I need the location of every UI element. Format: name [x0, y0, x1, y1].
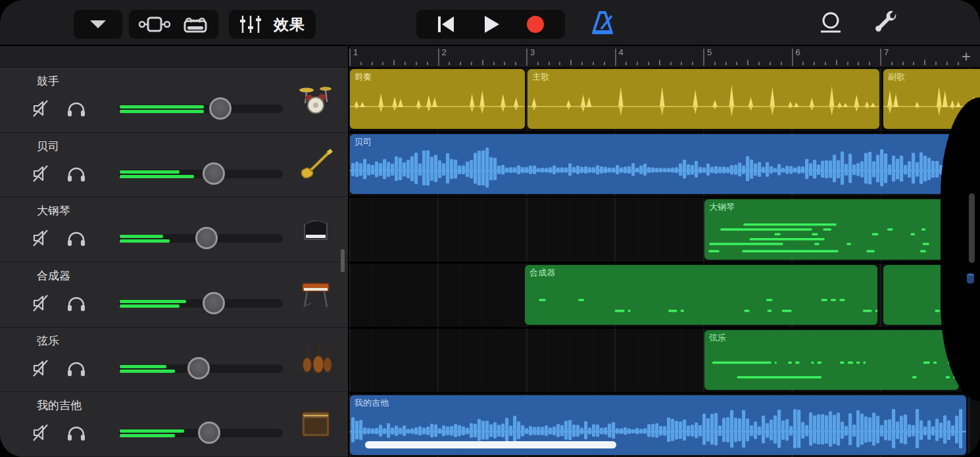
play-button[interactable]: [479, 13, 502, 36]
track-lane-2[interactable]: 贝司: [349, 133, 980, 198]
solo-headphones-button[interactable]: [66, 99, 86, 120]
level-meter-left: [120, 235, 163, 238]
region-label: 副歌: [888, 71, 905, 83]
region-label: 大钢琴: [709, 201, 735, 213]
region-贝司[interactable]: 贝司: [350, 134, 979, 194]
ruler-measure[interactable]: 7: [880, 46, 969, 67]
horizontal-scrollbar[interactable]: [365, 441, 616, 448]
ruler-measure[interactable]: 4: [615, 46, 704, 67]
wrench-icon: [873, 10, 900, 39]
level-meter-right: [120, 110, 204, 113]
region-segment[interactable]: [883, 265, 944, 325]
region-label: 弦乐: [709, 332, 726, 344]
track-lane-3[interactable]: 大钢琴: [349, 198, 980, 263]
loop-browser-icon: [817, 10, 845, 39]
measure-number: 1: [353, 47, 358, 57]
measure-number: 4: [619, 47, 624, 57]
region-label: 合成器: [529, 267, 555, 279]
level-meter-right: [120, 434, 175, 437]
input-browser-button-group: [129, 10, 218, 39]
record-button[interactable]: [524, 13, 547, 36]
volume-knob[interactable]: [195, 227, 218, 249]
measure-number: 6: [796, 47, 800, 57]
track-header-4[interactable]: 合成器: [0, 262, 348, 327]
track-header-5[interactable]: 弦乐: [0, 327, 348, 393]
amp-instrument-icon[interactable]: [298, 408, 333, 441]
track-header-3[interactable]: 大钢琴: [0, 197, 348, 262]
region-前奏[interactable]: 前奏: [350, 69, 525, 129]
solo-headphones-button[interactable]: [66, 229, 86, 250]
region-合成器[interactable]: 合成器: [525, 265, 877, 325]
track-lane-5[interactable]: 弦乐: [349, 329, 980, 394]
add-section-button[interactable]: +: [962, 49, 971, 64]
volume-slider[interactable]: [118, 164, 283, 183]
track-header-panel: 鼓手贝司大钢琴合成器弦乐我的吉他: [0, 46, 349, 457]
synth-instrument-icon[interactable]: [298, 278, 333, 311]
ruler-measure[interactable]: 3: [526, 46, 615, 67]
volume-knob[interactable]: [203, 292, 225, 314]
audio-connector-icon[interactable]: [139, 15, 170, 34]
level-meter-right: [120, 304, 180, 308]
track-lane-1[interactable]: 前奏主歌副歌: [349, 68, 980, 133]
track-name: 弦乐: [37, 333, 59, 349]
volume-slider[interactable]: [118, 359, 283, 377]
measure-number: 7: [884, 47, 889, 57]
measure-number: 2: [442, 47, 447, 57]
volume-slider[interactable]: [118, 229, 283, 247]
track-header-2[interactable]: 贝司: [0, 133, 348, 198]
metronome-button[interactable]: [585, 10, 620, 39]
measure-number: 3: [530, 47, 535, 57]
region-label: 前奏: [355, 71, 372, 83]
mute-button[interactable]: [32, 163, 53, 187]
metronome-icon: [589, 11, 616, 38]
region-大钢琴[interactable]: 大钢琴: [704, 199, 944, 259]
top-toolbar: 效果: [0, 0, 980, 46]
measure-ruler[interactable]: 1234567+: [349, 46, 980, 68]
solo-headphones-button[interactable]: [66, 164, 86, 185]
level-meter-right: [120, 175, 194, 178]
region-主歌[interactable]: 主歌: [527, 69, 879, 129]
solo-headphones-button[interactable]: [66, 359, 86, 380]
vertical-scrollbar[interactable]: [341, 249, 345, 272]
garageband-window: 效果: [0, 0, 980, 457]
volume-slider[interactable]: [118, 99, 283, 118]
track-name: 大钢琴: [37, 203, 70, 218]
mixer-effects-button[interactable]: 效果: [229, 10, 316, 39]
ruler-measure[interactable]: 1: [349, 46, 438, 67]
track-header-1[interactable]: 鼓手: [0, 68, 348, 133]
rewind-button[interactable]: [435, 13, 457, 36]
volume-knob[interactable]: [203, 162, 225, 185]
volume-slider[interactable]: [118, 294, 283, 312]
level-meter-left: [120, 300, 186, 303]
volume-knob[interactable]: [209, 97, 232, 120]
volume-knob[interactable]: [187, 357, 210, 379]
track-header-6[interactable]: 我的吉他: [0, 392, 348, 457]
front-camera-icon: [967, 274, 974, 283]
region-label: 贝司: [355, 136, 372, 148]
mute-button[interactable]: [32, 422, 53, 446]
drums-instrument-icon[interactable]: [298, 84, 333, 116]
solo-headphones-button[interactable]: [66, 294, 86, 315]
mute-button[interactable]: [32, 293, 53, 316]
ruler-measure[interactable]: 2: [438, 46, 527, 67]
chevron-down-icon: [89, 19, 107, 30]
piano-instrument-icon[interactable]: [298, 213, 333, 246]
navigation-dropdown-button[interactable]: [74, 10, 122, 39]
volume-slider[interactable]: [118, 423, 283, 442]
instrument-browser-icon[interactable]: [182, 14, 208, 34]
loop-browser-button[interactable]: [814, 10, 847, 39]
device-notch: [941, 97, 980, 401]
region-弦乐[interactable]: 弦乐: [704, 330, 959, 390]
mute-button[interactable]: [32, 228, 53, 251]
volume-knob[interactable]: [198, 421, 220, 444]
bass-instrument-icon[interactable]: [298, 149, 333, 181]
ruler-measure[interactable]: 6: [792, 46, 881, 67]
strings-instrument-icon[interactable]: [298, 343, 333, 376]
settings-button[interactable]: [870, 10, 904, 39]
mute-button[interactable]: [32, 98, 53, 122]
speaker-grille-icon: [969, 193, 975, 263]
ruler-measure[interactable]: 5: [703, 46, 792, 67]
mute-button[interactable]: [32, 358, 53, 381]
solo-headphones-button[interactable]: [66, 423, 86, 445]
track-lane-4[interactable]: 合成器: [349, 264, 980, 329]
